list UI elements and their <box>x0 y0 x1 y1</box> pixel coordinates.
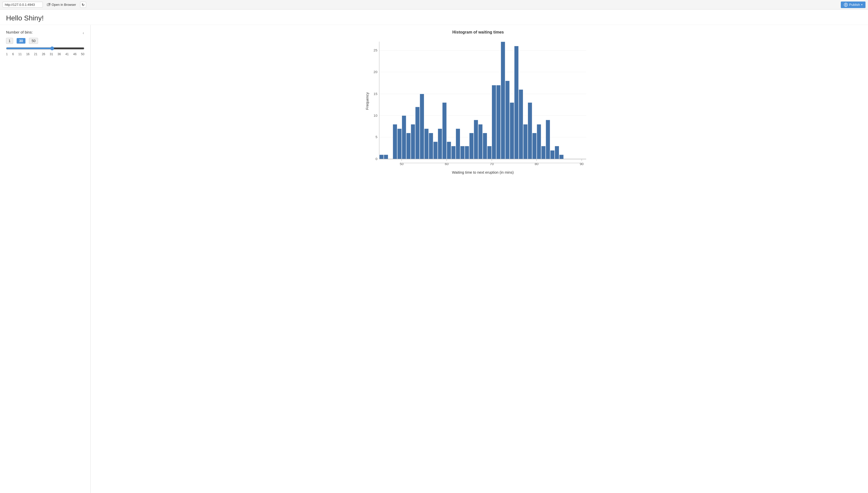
svg-rect-55 <box>555 146 559 159</box>
svg-rect-35 <box>465 146 469 159</box>
svg-rect-32 <box>451 146 456 159</box>
svg-rect-45 <box>510 103 514 159</box>
svg-text:0: 0 <box>375 157 378 161</box>
svg-text:90: 90 <box>580 162 584 166</box>
publish-button[interactable]: Publish ▾ <box>841 1 866 8</box>
svg-text:50: 50 <box>400 162 404 166</box>
svg-rect-17 <box>384 155 388 159</box>
chart-panel: Histogram of waiting times Frequency 5 1… <box>91 25 868 493</box>
svg-rect-36 <box>469 133 474 159</box>
svg-text:80: 80 <box>535 162 539 166</box>
svg-rect-27 <box>429 133 433 159</box>
svg-rect-56 <box>559 155 564 159</box>
publish-icon <box>844 3 848 7</box>
slider-top-labels: 1 30 50 <box>6 38 84 44</box>
svg-rect-22 <box>406 133 411 159</box>
url-bar[interactable]: http://127.0.0.1:4943 <box>2 2 43 7</box>
svg-rect-26 <box>425 129 429 159</box>
histogram-svg: Frequency 5 10 15 20 25 <box>365 37 591 178</box>
refresh-button[interactable]: ↻ <box>80 2 86 8</box>
svg-rect-25 <box>420 94 424 159</box>
svg-rect-29 <box>438 129 442 159</box>
svg-rect-28 <box>433 142 437 159</box>
svg-rect-44 <box>505 81 509 159</box>
svg-rect-24 <box>415 107 420 159</box>
slider-wrapper: 1 30 50 1 6 11 16 21 26 31 36 41 46 50 <box>6 38 84 56</box>
svg-rect-43 <box>501 42 505 159</box>
svg-rect-51 <box>537 124 541 159</box>
sidebar: ‹ Number of bins: 1 30 50 1 6 11 16 21 2… <box>0 25 91 493</box>
svg-rect-47 <box>519 89 523 159</box>
y-axis-label: Frequency <box>365 92 369 110</box>
browser-bar: http://127.0.0.1:4943 Open in Browser ↻ … <box>0 0 868 9</box>
slider-axis-labels: 1 6 11 16 21 26 31 36 41 46 50 <box>6 52 84 56</box>
open-in-browser-button[interactable]: Open in Browser <box>45 2 77 7</box>
svg-rect-23 <box>411 124 415 159</box>
svg-rect-53 <box>546 120 550 159</box>
svg-rect-54 <box>550 150 555 159</box>
svg-text:70: 70 <box>490 162 494 166</box>
svg-rect-41 <box>492 85 496 159</box>
svg-rect-31 <box>447 142 451 159</box>
svg-text:5: 5 <box>375 135 378 139</box>
svg-rect-37 <box>474 120 478 159</box>
chart-title: Histogram of waiting times <box>452 30 504 35</box>
svg-rect-38 <box>478 124 483 159</box>
svg-rect-48 <box>523 124 528 159</box>
svg-rect-46 <box>515 46 519 159</box>
page-title: Hello Shiny! <box>0 9 868 25</box>
svg-rect-34 <box>460 146 465 159</box>
svg-text:10: 10 <box>373 114 378 117</box>
external-link-icon <box>47 3 50 6</box>
sidebar-collapse-button[interactable]: ‹ <box>81 30 86 36</box>
svg-text:60: 60 <box>445 162 449 166</box>
svg-rect-33 <box>456 129 460 159</box>
slider-max-label: 50 <box>29 38 38 44</box>
svg-text:15: 15 <box>373 92 377 96</box>
svg-rect-19 <box>393 124 397 159</box>
bins-label: Number of bins: <box>6 30 84 34</box>
main-layout: ‹ Number of bins: 1 30 50 1 6 11 16 21 2… <box>0 25 868 493</box>
publish-chevron: ▾ <box>861 3 863 6</box>
slider-current-label: 30 <box>17 38 26 44</box>
svg-rect-49 <box>528 103 532 159</box>
svg-rect-39 <box>483 133 487 159</box>
svg-text:25: 25 <box>373 48 377 52</box>
slider-min-label: 1 <box>6 38 13 44</box>
chart-container: Frequency 5 10 15 20 25 <box>365 37 591 178</box>
svg-rect-20 <box>397 129 402 159</box>
x-axis-label: Waiting time to next eruption (in mins) <box>452 170 513 174</box>
svg-rect-16 <box>379 155 384 159</box>
svg-rect-52 <box>541 146 546 159</box>
svg-rect-50 <box>532 133 536 159</box>
svg-rect-40 <box>487 146 492 159</box>
svg-rect-21 <box>402 116 406 159</box>
bins-slider[interactable] <box>6 46 84 51</box>
svg-rect-42 <box>496 85 501 159</box>
svg-rect-30 <box>442 103 447 159</box>
histogram-bars <box>379 42 564 159</box>
svg-text:20: 20 <box>373 70 378 74</box>
